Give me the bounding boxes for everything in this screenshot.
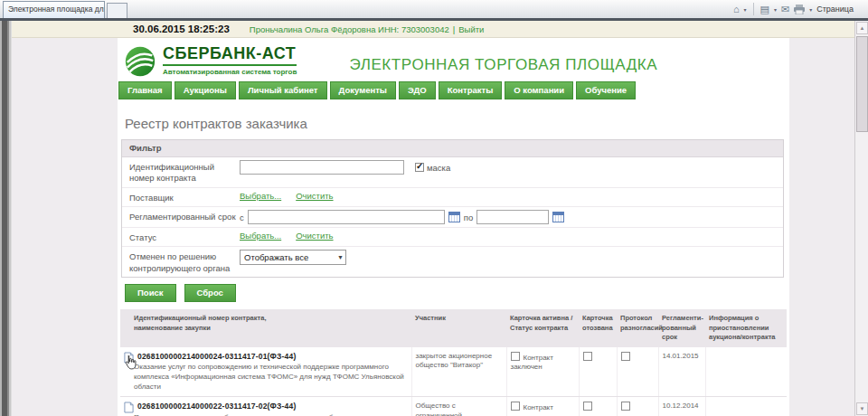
nav-item-auctions[interactable]: Аукционы [175, 81, 236, 99]
user-info: Проньчалина Ольга Фёдоровна ИНН: 7303003… [250, 24, 449, 34]
page-title: Реестр контрактов заказчика [125, 116, 789, 131]
sberbank-ast-logo: СБЕРБАНК-АСТ Автоматизированная система … [123, 44, 297, 79]
mail-icon[interactable]: ✉ [781, 5, 789, 14]
col-header-revoked: Карточка отозвана [579, 309, 617, 347]
current-datetime: 30.06.2015 18:25:23 [133, 24, 230, 34]
feeds-dropdown-icon[interactable]: ▾ [774, 6, 777, 13]
protocol-checkbox[interactable] [621, 352, 630, 361]
col-header-participant: Участник [411, 309, 506, 347]
period-to-input[interactable] [476, 210, 549, 224]
table-header-row: Идентификационный номер контракта, наиме… [120, 309, 787, 347]
scroll-up-icon[interactable]: ▲ [856, 22, 868, 34]
hand-cursor-icon [122, 355, 137, 370]
suspension-info [705, 347, 787, 397]
status-clear-link[interactable]: Очистить [296, 231, 333, 241]
sberbank-logo-icon [123, 44, 157, 79]
participant: Общество с ограниченной ответственностью… [411, 397, 506, 416]
cancelled-select-value: Отображать все [244, 252, 308, 262]
col-header-status: Карточка активна / Статус контракта [506, 309, 579, 347]
page-menu[interactable]: Страница [816, 5, 854, 14]
contract-number[interactable]: 0268100000214000024-0311417-01(ФЗ-44) [137, 352, 408, 362]
session-info-bar: 30.06.2015 18:25:23 Проньчалина Ольга Фё… [12, 21, 854, 38]
period-from-label: с [240, 213, 244, 222]
brand-tagline: Автоматизированная система торгов [163, 68, 297, 76]
logout-link[interactable]: Выйти [458, 24, 484, 34]
nav-item-about[interactable]: О компании [505, 81, 573, 99]
contract-card-icon[interactable] [124, 352, 134, 367]
main-nav: Главная Аукционы Личный кабинет Документ… [118, 81, 789, 99]
scrollbar-thumb[interactable] [856, 36, 868, 132]
nav-item-training[interactable]: Обучение [576, 81, 636, 99]
period-to-label: по [464, 213, 473, 222]
nav-item-edo[interactable]: ЭДО [399, 81, 436, 99]
filter-row-cancelled: Отменен по решению контролирующего орган… [122, 246, 783, 277]
page-viewport: 30.06.2015 18:25:23 Проньчалина Ольга Фё… [12, 21, 854, 416]
nav-item-documents[interactable]: Документы [330, 81, 396, 99]
nav-item-contracts[interactable]: Контракты [439, 81, 503, 99]
reset-button[interactable]: Сброс [184, 284, 236, 302]
contract-number-input[interactable] [240, 160, 404, 175]
filter-panel: Фильтр Идентификационный номер контракта… [121, 139, 784, 278]
browser-tab-bar: Электронная площадка для го... ⌂ ▾ ▤ ▾ ✉… [0, 0, 868, 18]
table-row: 0268100000214000024-0311417-01(ФЗ-44) Ок… [120, 347, 787, 397]
page-content: СБЕРБАНК-АСТ Автоматизированная система … [118, 38, 789, 416]
period-label: Регламентированный срок [129, 210, 240, 222]
nav-item-cabinet[interactable]: Личный кабинет [239, 81, 327, 99]
deadline-date: 14.01.2015 [658, 347, 705, 397]
browser-command-bar: ⌂ ▾ ▤ ▾ ✉ ▾ Страница [733, 0, 854, 18]
browser-tab[interactable]: Электронная площадка для го... [3, 1, 105, 18]
card-active-checkbox[interactable] [511, 352, 520, 361]
period-from-input[interactable] [248, 210, 445, 224]
nav-item-main[interactable]: Главная [118, 81, 172, 99]
site-title: ЭЛЕКТРОННАЯ ТОРГОВАЯ ПЛОЩАДКА [349, 56, 657, 74]
cancelled-select[interactable]: Отображать все ▼ [240, 250, 346, 265]
calendar-icon[interactable] [552, 212, 564, 222]
divider: | [453, 24, 455, 34]
calendar-icon[interactable] [448, 212, 460, 222]
card-active-checkbox[interactable] [511, 402, 520, 411]
status-label: Статус [129, 231, 240, 243]
home-dropdown-icon[interactable]: ▾ [744, 6, 747, 13]
new-tab-button[interactable] [107, 3, 127, 18]
suspension-info [705, 397, 787, 416]
print-dropdown-icon[interactable]: ▾ [809, 6, 812, 13]
filter-title: Фильтр [122, 140, 783, 157]
supplier-choose-link[interactable]: Выбрать... [240, 191, 281, 201]
divider [753, 3, 754, 15]
purchase-name: Оказание услуг по сопровождению и технич… [134, 363, 408, 392]
filter-row-period: Регламентированный срок с по [122, 206, 783, 227]
browser-window: Электронная площадка для го... ⌂ ▾ ▤ ▾ ✉… [0, 0, 868, 416]
contracts-table: Идентификационный номер контракта, наиме… [120, 309, 787, 416]
filter-actions: Поиск Сброс [125, 284, 789, 302]
contract-number[interactable]: 0268100000214000022-0311417-02(ФЗ-44) [137, 402, 408, 411]
table-row: 0268100000214000022-0311417-02(ФЗ-44) По… [120, 397, 787, 416]
deadline-date: 10.12.2014 [658, 397, 705, 416]
brand-name: СБЕРБАНК-АСТ [163, 44, 297, 66]
col-header-protocol: Протокол разногласий [617, 309, 658, 347]
feeds-icon[interactable]: ▤ [760, 5, 769, 14]
print-icon[interactable] [794, 5, 805, 14]
protocol-checkbox[interactable] [621, 402, 630, 411]
mask-label: маска [427, 163, 450, 173]
chevron-down-icon: ▼ [337, 254, 344, 260]
header-brand-row: СБЕРБАНК-АСТ Автоматизированная система … [118, 38, 789, 81]
mask-checkbox[interactable] [415, 163, 424, 172]
card-revoked-checkbox[interactable] [583, 402, 592, 411]
filter-row-supplier: Поставщик Выбрать... Очистить [122, 187, 783, 206]
supplier-label: Поставщик [129, 191, 240, 203]
search-button[interactable]: Поиск [125, 284, 176, 302]
participant: закрытое акционерное общество "Витакор" [411, 347, 506, 397]
contract-number-label: Идентификационный номер контракта [129, 160, 240, 184]
scroll-down-icon[interactable]: ▼ [856, 402, 868, 415]
filter-row-status: Статус Выбрать... Очистить [122, 227, 783, 246]
col-header-number: Идентификационный номер контракта, наиме… [120, 309, 411, 347]
contract-card-icon[interactable] [124, 402, 134, 416]
card-revoked-checkbox[interactable] [583, 352, 592, 361]
cancelled-label: Отменен по решению контролирующего орган… [129, 250, 240, 274]
home-icon[interactable]: ⌂ [733, 5, 740, 14]
vertical-scrollbar[interactable]: ▲ ▼ [854, 21, 868, 416]
window-edge [0, 21, 12, 416]
status-choose-link[interactable]: Выбрать... [240, 231, 281, 241]
col-header-deadline: Регламенти-рованный срок [658, 309, 705, 347]
supplier-clear-link[interactable]: Очистить [296, 191, 333, 201]
